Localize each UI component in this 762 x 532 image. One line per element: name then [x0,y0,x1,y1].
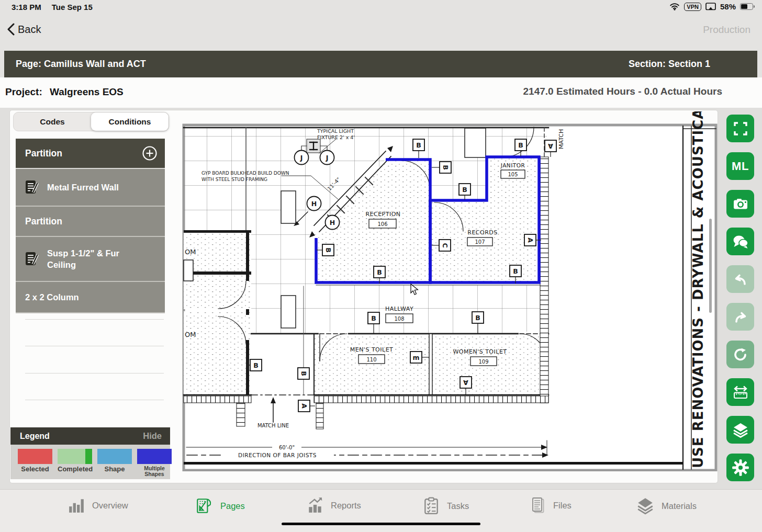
tag-label: m [412,354,419,361]
condition-label: 2 x 2 Column [25,291,79,303]
settings-button[interactable] [726,454,754,481]
add-condition-icon[interactable] [142,145,158,161]
note-bar-joists: DIRECTION OF BAR JOISTS [238,452,317,458]
circle-tag-label: H [330,219,335,227]
layers-icon [732,422,749,438]
tag-label: B [442,165,450,170]
legend: Legend Hide Selected Completed Shape Mul… [10,427,170,479]
room-number: 109 [478,359,488,365]
room-number: 105 [508,172,518,177]
project-row: Project: Walgreens EOS 2147.0 Estimated … [0,77,762,108]
legend-label: Completed [58,466,92,473]
legend-swatch-selected [18,449,52,464]
battery-icon [740,3,755,10]
tab-reports[interactable]: Reports [307,497,361,514]
gear-icon [732,459,749,477]
back-label: Back [18,24,41,36]
condition-item[interactable]: Susp 1-1/2" & Fur Ceiling [16,237,165,281]
undo-icon [733,271,748,287]
fullscreen-button[interactable] [726,115,754,142]
condition-item[interactable]: Metal Furred Wall [16,169,165,206]
group-header-label: Partition [25,148,62,159]
room-name: JANITOR [500,162,525,168]
room-name: RECEPTION [365,211,400,218]
room-name: RECORDS [467,229,498,236]
room-name: WOMEN'S TOILET [453,348,507,355]
tab-label: Overview [92,501,128,511]
sidebar-tabs: Codes Conditions [13,112,169,131]
divider [25,346,164,346]
legend-entry-selected: Selected [18,449,52,479]
room-fragment-2: OM [185,331,196,338]
tag-label: B [300,371,308,376]
note-gyp-2: WITH STEEL STUD FRAMING [201,177,267,182]
sheet-title-vertical: USE RENOVATIONS - DRYWALL & ACOUSTICAL [690,111,706,468]
document-edit-icon [25,251,39,267]
tab-conditions[interactable]: Conditions [91,112,169,131]
legend-label: Multiple Shapes [137,466,172,477]
redo-button[interactable] [726,303,754,331]
measure-button[interactable] [726,378,754,406]
tab-overview[interactable]: Overview [68,497,128,514]
legend-entry-multiple-shapes: Multiple Shapes [137,449,172,479]
note-gyp-1: GYP BOARD BULKHEAD BUILD DOWN [201,171,289,176]
condition-item[interactable]: 2 x 2 Column [16,282,165,312]
legend-entry-shape: Shape [97,449,132,479]
layers-button[interactable] [726,416,754,444]
tab-pages[interactable]: Pages [195,497,245,515]
ml-button[interactable]: ML [726,152,754,180]
circle-tag-label: H [311,200,317,208]
tag-label: B [518,141,523,149]
tag-label: B [462,186,467,194]
room-name: MEN'S TOILET [350,346,394,353]
tasks-icon [423,497,440,515]
page-header-bar: Page: Camillus Wall and ACT Section: Sec… [4,51,757,77]
status-time: 3:18 PM [12,3,41,12]
room-number: 106 [377,221,387,227]
environment-label: Production [703,24,750,36]
project-label: Project: [5,86,42,98]
tag-label: B [475,314,480,322]
legend-swatch-shape [97,449,132,464]
files-icon [530,497,546,514]
legend-title: Legend [20,432,50,441]
tag-label: B [513,267,518,275]
tab-materials[interactable]: Materials [636,497,697,515]
legend-hide-button[interactable]: Hide [143,431,162,441]
tag-label: B [371,314,376,322]
rotate-icon [732,346,749,363]
group-header-label: Partition [25,216,62,227]
project-name: Walgreens EOS [50,86,124,98]
back-button[interactable]: Back [7,23,41,36]
divider [25,400,164,400]
camera-button[interactable] [726,190,754,218]
home-indicator[interactable] [282,523,480,525]
legend-entry-completed: Completed [58,449,92,479]
tab-files[interactable]: Files [530,497,572,514]
legend-swatch-completed [58,449,92,464]
tab-codes[interactable]: Codes [14,112,91,131]
scroll-indicator[interactable] [709,219,712,313]
redo-icon [733,309,748,325]
divider [25,373,164,373]
circle-tag-label: J [300,154,303,162]
document-edit-icon [25,179,39,195]
condition-group-header: Partition [16,207,165,236]
note-dim-60: 60'-0" [279,445,295,450]
tag-label: B [253,361,259,369]
tab-label: Files [553,501,572,511]
legend-body: Selected Completed Shape Multiple Shapes [10,445,170,479]
tag-label: B [324,247,332,253]
overview-icon [68,497,85,514]
vpn-badge: VPN [684,3,701,11]
tab-tasks[interactable]: Tasks [423,497,469,515]
nav-bar: Back Production [0,15,762,50]
chat-button[interactable] [726,228,754,255]
condition-label: Metal Furred Wall [47,182,119,193]
screen-mirroring-icon [705,3,716,10]
materials-icon [636,497,654,515]
chat-icon [732,234,749,250]
undo-button[interactable] [726,265,754,293]
blueprint-canvas[interactable]: TYPICAL LIGHT FIXTURE 2' x 4' GYP BOARD … [182,111,718,471]
rotate-button[interactable] [726,341,754,368]
